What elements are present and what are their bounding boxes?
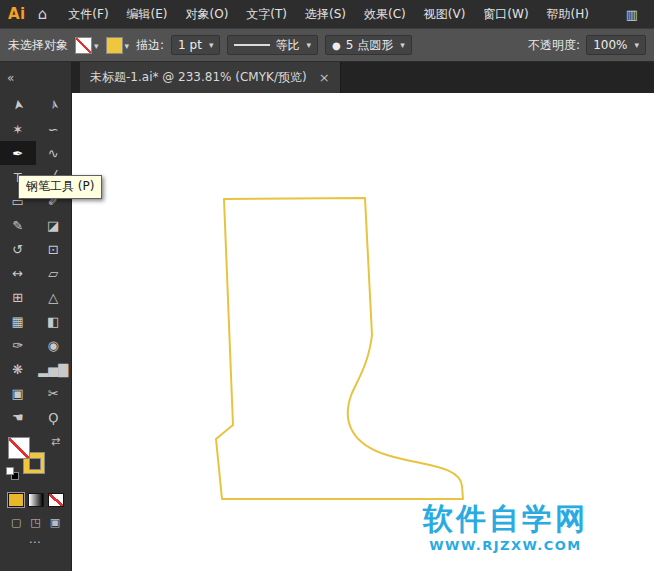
- artboard-tool[interactable]: ▣: [0, 381, 36, 405]
- menu-view[interactable]: 视图(V): [415, 0, 475, 28]
- document-tab-title: 未标题-1.ai* @ 233.81% (CMYK/预览): [90, 69, 307, 86]
- stroke-weight-dropdown[interactable]: 1 pt ▾: [171, 35, 220, 55]
- mesh-tool[interactable]: ▦: [0, 309, 36, 333]
- draw-inside-mode-icon[interactable]: ▣: [50, 516, 60, 529]
- menu-type[interactable]: 文字(T): [237, 0, 296, 28]
- stroke-profile-label: 等比: [275, 37, 299, 54]
- draw-behind-mode-icon[interactable]: ◳: [30, 516, 40, 529]
- menu-edit[interactable]: 编辑(E): [118, 0, 177, 28]
- ai-logo: Ai: [0, 5, 36, 23]
- stroke-weight-value: 1 pt: [178, 38, 202, 52]
- chevron-down-icon: ▾: [306, 40, 311, 50]
- draw-normal-mode-icon[interactable]: ▢: [11, 516, 21, 529]
- color-button[interactable]: [8, 493, 24, 507]
- width-tool[interactable]: ↔: [0, 261, 36, 285]
- default-fill-stroke-button[interactable]: [6, 467, 20, 481]
- no-selection-label: 未选择对象: [8, 37, 68, 54]
- stroke-profile-dropdown[interactable]: 等比 ▾: [227, 35, 318, 55]
- tools-panel: ➤ ➢ ✶ ∽ ✒ ∿ T ╱ ▭ ✐ ✎ ◪ ↺ ⊡ ↔ ▱ ⊞ △ ▦ ◧: [0, 93, 72, 571]
- workspace-switcher-icon[interactable]: ▥: [610, 7, 654, 22]
- more-tools-icon[interactable]: ⋯: [0, 535, 71, 549]
- stroke-color-control[interactable]: ▾: [106, 37, 130, 54]
- control-bar: 未选择对象 ▾ ▾ 描边: 1 pt ▾ 等比 ▾ ● 5 点圆形 ▾ 不透明度…: [0, 28, 654, 62]
- gradient-button[interactable]: [28, 493, 44, 507]
- menu-file[interactable]: 文件(F): [59, 0, 117, 28]
- document-tab[interactable]: 未标题-1.ai* @ 233.81% (CMYK/预览) ×: [80, 62, 341, 93]
- pencil-tool[interactable]: ✎: [0, 213, 36, 237]
- opacity-control: 不透明度: 100% ▾: [528, 35, 646, 55]
- chevron-down-icon: ▾: [209, 40, 214, 50]
- fill-none-swatch[interactable]: [75, 37, 92, 54]
- chevron-down-icon: ▾: [94, 41, 99, 51]
- perspective-grid-tool[interactable]: △: [36, 285, 72, 309]
- swap-fill-stroke-icon[interactable]: ⇄: [51, 435, 60, 448]
- stroke-weight-label: 描边:: [136, 37, 164, 54]
- scale-tool[interactable]: ⊡: [36, 237, 72, 261]
- shape-builder-tool[interactable]: ⊞: [0, 285, 36, 309]
- brush-dot-icon: ●: [332, 40, 341, 51]
- chevron-down-icon: ▾: [125, 41, 130, 51]
- menu-bar: Ai ⌂ 文件(F) 编辑(E) 对象(O) 文字(T) 选择(S) 效果(C)…: [0, 0, 654, 28]
- canvas[interactable]: 软件自学网 WWW.RJZXW.COM: [72, 93, 654, 571]
- menu-window[interactable]: 窗口(W): [474, 0, 537, 28]
- fill-swatch[interactable]: [8, 437, 30, 459]
- menu-object[interactable]: 对象(O): [177, 0, 238, 28]
- blend-tool[interactable]: ◉: [36, 333, 72, 357]
- pen-tool-tooltip: 钢笔工具 (P): [18, 175, 102, 199]
- chevron-down-icon: ▾: [634, 40, 639, 50]
- zoom-tool[interactable]: Ϙ: [36, 405, 72, 429]
- tool-grid: ➤ ➢ ✶ ∽ ✒ ∿ T ╱ ▭ ✐ ✎ ◪ ↺ ⊡ ↔ ▱ ⊞ △ ▦ ◧: [0, 93, 71, 429]
- eraser-tool[interactable]: ◪: [36, 213, 72, 237]
- free-transform-tool[interactable]: ▱: [36, 261, 72, 285]
- menu-help[interactable]: 帮助(H): [538, 0, 598, 28]
- artboard-artwork: [72, 93, 654, 571]
- fill-color-control[interactable]: ▾: [75, 37, 99, 54]
- opacity-dropdown[interactable]: 100% ▾: [586, 35, 646, 55]
- brush-dropdown[interactable]: ● 5 点圆形 ▾: [325, 35, 412, 55]
- boot-outline-path: [216, 198, 463, 499]
- illustrator-window: Ai ⌂ 文件(F) 编辑(E) 对象(O) 文字(T) 选择(S) 效果(C)…: [0, 0, 654, 571]
- watermark-site-name: 软件自学网: [423, 502, 588, 535]
- symbol-sprayer-tool[interactable]: ❋: [0, 357, 36, 381]
- hand-tool[interactable]: ☚: [0, 405, 36, 429]
- stroke-profile-line-icon: [234, 44, 270, 46]
- stroke-color-swatch[interactable]: [106, 37, 123, 54]
- menu-effect[interactable]: 效果(C): [355, 0, 415, 28]
- main-area: ➤ ➢ ✶ ∽ ✒ ∿ T ╱ ▭ ✐ ✎ ◪ ↺ ⊡ ↔ ▱ ⊞ △ ▦ ◧: [0, 93, 654, 571]
- rotate-tool[interactable]: ↺: [0, 237, 36, 261]
- gradient-tool[interactable]: ◧: [36, 309, 72, 333]
- slice-tool[interactable]: ✂: [36, 381, 72, 405]
- close-icon[interactable]: ×: [319, 70, 330, 85]
- document-tab-bar: « 未标题-1.ai* @ 233.81% (CMYK/预览) ×: [0, 62, 654, 93]
- watermark-site-url: WWW.RJZXW.COM: [423, 539, 588, 553]
- column-graph-tool[interactable]: ▂▅▇: [36, 357, 72, 381]
- opacity-label: 不透明度:: [528, 37, 580, 54]
- menu-select[interactable]: 选择(S): [296, 0, 355, 28]
- chevron-down-icon: ▾: [400, 40, 405, 50]
- default-fill-icon: [6, 467, 14, 475]
- home-icon[interactable]: ⌂: [36, 5, 60, 23]
- opacity-value: 100%: [593, 38, 627, 52]
- collapse-chevrons-icon: «: [7, 71, 14, 85]
- curvature-tool[interactable]: ∿: [36, 141, 72, 165]
- pen-tool[interactable]: ✒: [0, 141, 36, 165]
- fill-stroke-cluster: ⇄: [6, 437, 70, 485]
- drawing-modes-row: ▢ ◳ ▣: [0, 516, 71, 529]
- none-button[interactable]: [48, 493, 64, 507]
- tooltip-text: 钢笔工具 (P): [26, 179, 94, 193]
- brush-name: 5 点圆形: [346, 37, 393, 54]
- eyedropper-tool[interactable]: ✑: [0, 333, 36, 357]
- watermark: 软件自学网 WWW.RJZXW.COM: [423, 502, 588, 553]
- color-mode-row: [8, 493, 71, 507]
